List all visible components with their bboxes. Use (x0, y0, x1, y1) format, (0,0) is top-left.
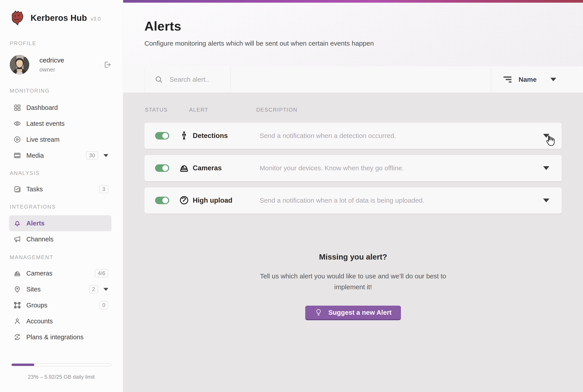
chevron-down-icon[interactable] (543, 199, 549, 202)
play-circle-icon (13, 136, 21, 144)
sort-icon (504, 76, 512, 83)
sidebar-item-label: Dashboard (26, 104, 58, 112)
person-icon (13, 317, 21, 325)
avatar[interactable] (10, 55, 29, 74)
dashboard-icon (13, 104, 21, 112)
chevron-down-icon (550, 78, 556, 81)
sidebar-item-label: Groups (26, 302, 48, 309)
logout-icon[interactable] (104, 61, 112, 69)
column-header-status: STATUS (145, 107, 168, 113)
column-header-description: DESCRIPTION (256, 107, 298, 113)
sidebar-item-dashboard[interactable]: Dashboard (9, 100, 112, 116)
svg-text:$: $ (16, 336, 18, 339)
search-input[interactable] (169, 76, 224, 84)
main-area: Alerts Configure monitoring alerts which… (123, 0, 583, 392)
eye-icon (13, 120, 21, 128)
chevron-down-icon[interactable] (543, 166, 549, 170)
dollar-refresh-icon: $ (13, 333, 21, 341)
high-upload-toggle[interactable] (155, 197, 169, 204)
sidebar: Kerberos Hub v3.0 PROFILE cedricve owner (0, 0, 123, 392)
toolbar-spacer (231, 66, 491, 92)
suggest-new-alert-label: Suggest a new Alert (328, 309, 392, 316)
top-gradient-bar (123, 0, 583, 3)
usage-caption: 23% – 5.92/25 GB daily limit (11, 374, 112, 380)
cta-body-line2: implement it! (144, 282, 562, 292)
page-subtitle: Configure monitoring alerts which will b… (144, 40, 583, 47)
app-title: Kerberos Hub (30, 13, 87, 23)
mouse-cursor-icon (544, 135, 556, 147)
toggle-knob (162, 133, 168, 139)
detections-toggle[interactable] (155, 132, 169, 140)
sidebar-item-media[interactable]: Media 30 (9, 148, 112, 164)
group-frame-icon (13, 301, 21, 309)
dome-camera-icon (179, 163, 190, 174)
profile-row: cedricve owner (10, 55, 112, 74)
alert-description: Send a notification when a detection occ… (260, 132, 396, 140)
sort-dropdown[interactable]: Name (491, 66, 583, 92)
cameras-toggle[interactable] (155, 164, 169, 172)
usage-progress-fill (12, 364, 34, 366)
sidebar-item-label: Tasks (26, 186, 43, 193)
sidebar-item-plans-integrations[interactable]: $ Plans & integrations (9, 329, 112, 345)
table-header: STATUS ALERT DESCRIPTION (144, 107, 562, 114)
sidebar-item-label: Latest events (26, 120, 65, 127)
table-row-high-upload[interactable]: High upload Send a notification when a l… (144, 187, 562, 214)
table-row-detections[interactable]: Detections Send a notification when a de… (144, 123, 562, 149)
sidebar-item-sites[interactable]: Sites 2 (9, 281, 112, 297)
sidebar-item-groups[interactable]: Groups 0 (9, 297, 112, 313)
bell-icon (13, 219, 21, 227)
sort-label: Name (518, 76, 537, 83)
sidebar-item-label: Channels (26, 236, 54, 243)
toggle-knob (162, 198, 168, 203)
sidebar-item-latest-events[interactable]: Latest events (9, 116, 112, 132)
sidebar-item-label: Accounts (26, 318, 53, 325)
alert-name: Detections (193, 132, 228, 140)
alert-name: High upload (193, 196, 232, 204)
avatar-image (10, 55, 29, 74)
alert-description: Send a notification when a lot of data i… (260, 197, 424, 204)
chevron-down-icon[interactable] (104, 154, 108, 157)
sidebar-item-label: Sites (26, 286, 40, 293)
integrations-section-label: INTEGRATIONS (10, 204, 123, 210)
search-box[interactable] (144, 66, 231, 92)
lightbulb-icon (314, 308, 322, 316)
usage-meter: 23% – 5.92/25 GB daily limit (0, 363, 123, 392)
suggest-new-alert-button[interactable]: Suggest a new Alert (305, 306, 401, 320)
sidebar-item-cameras[interactable]: Cameras 4/6 (9, 265, 112, 281)
alert-description: Monitor your devices. Know when they go … (260, 164, 404, 172)
cameras-count-badge: 4/6 (95, 269, 108, 278)
sidebar-item-label: Cameras (26, 270, 52, 277)
chevron-down-icon[interactable] (104, 288, 108, 291)
profile-role: owner (40, 66, 64, 73)
management-section-label: MANAGEMENT (10, 254, 123, 260)
alert-name: Cameras (193, 164, 222, 172)
analysis-section-label: ANALYSIS (10, 170, 123, 176)
usage-progress-track (11, 363, 112, 366)
toolbar: Name (123, 66, 583, 92)
megaphone-icon (13, 235, 21, 243)
profile-username: cedricve (40, 56, 64, 64)
profile-section-label: PROFILE (10, 40, 123, 46)
map-pin-icon (13, 285, 21, 293)
task-check-icon (13, 185, 21, 193)
column-header-alert: ALERT (189, 107, 208, 113)
logo-row: Kerberos Hub v3.0 (10, 10, 113, 26)
sidebar-item-accounts[interactable]: Accounts (9, 313, 112, 329)
sidebar-item-label: Plans & integrations (26, 334, 84, 341)
sidebar-item-alerts[interactable]: Alerts (9, 215, 112, 231)
groups-count-badge: 0 (99, 301, 108, 310)
sidebar-item-label: Alerts (26, 220, 44, 227)
media-count-badge: 30 (86, 151, 98, 160)
suggest-alert-section: Missing you alert? Tell us which alert y… (144, 252, 562, 320)
dome-camera-icon (13, 269, 21, 277)
sidebar-item-tasks[interactable]: Tasks 3 (9, 181, 112, 197)
sidebar-item-label: Media (26, 152, 44, 159)
tasks-count-badge: 3 (99, 185, 108, 193)
cta-heading: Missing you alert? (144, 252, 562, 261)
sidebar-item-live-stream[interactable]: Live stream (9, 132, 112, 148)
profile-names: cedricve owner (40, 56, 64, 73)
sidebar-item-channels[interactable]: Channels (9, 231, 112, 247)
cta-body: Tell us which alert you would like to us… (144, 271, 562, 292)
table-row-cameras[interactable]: Cameras Monitor your devices. Know when … (144, 155, 562, 181)
sidebar-item-label: Live stream (26, 136, 60, 143)
